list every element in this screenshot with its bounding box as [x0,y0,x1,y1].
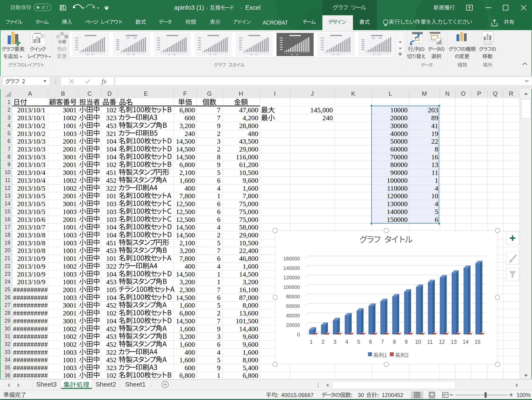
svg-text:15: 15 [475,339,481,345]
svg-text:6: 6 [369,339,372,345]
svg-text:12: 12 [439,339,445,345]
svg-text:14: 14 [463,339,469,345]
svg-text:80000: 80000 [286,294,300,299]
svg-text:120000: 120000 [283,275,300,280]
svg-text:4: 4 [345,339,348,345]
svg-text:40000: 40000 [286,313,300,318]
svg-text:13: 13 [451,339,457,345]
svg-text:140000: 140000 [283,266,300,271]
svg-text:5: 5 [357,339,360,345]
svg-text:100000: 100000 [283,284,300,290]
svg-text:1: 1 [310,339,313,345]
svg-text:2: 2 [322,339,324,345]
svg-text:60000: 60000 [286,303,300,309]
svg-text:7: 7 [381,339,384,345]
svg-text:10: 10 [415,339,421,345]
svg-text:8: 8 [393,339,396,345]
svg-text:9: 9 [405,339,408,345]
svg-text:0: 0 [297,332,300,337]
svg-text:fx: fx [101,77,107,85]
svg-text:20000: 20000 [286,322,300,328]
svg-text:160000: 160000 [283,256,300,261]
svg-text:3: 3 [334,339,336,345]
svg-text:11: 11 [427,339,433,345]
